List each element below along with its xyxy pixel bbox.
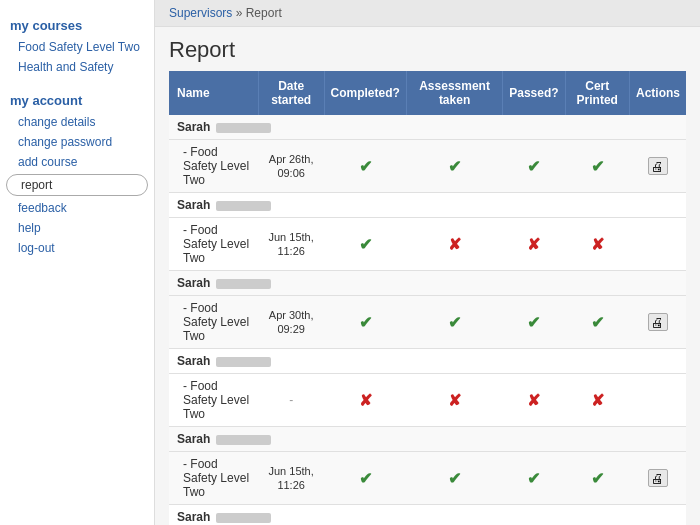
person-name: Sarah (177, 198, 210, 212)
table-row: - Food Safety Level TwoJun 15th, 11:26✔✘… (169, 218, 686, 271)
passed-cell: ✔ (503, 452, 565, 505)
completed-cell: ✔ (324, 452, 406, 505)
assessment-cell: ✔ (406, 140, 502, 193)
sidebar: my courses Food Safety Level Two Health … (0, 0, 155, 525)
change-details-link[interactable]: change details (18, 115, 95, 129)
col-actions: Actions (629, 71, 686, 115)
logout-link[interactable]: log-out (18, 241, 55, 255)
sidebar-item-help[interactable]: help (0, 218, 154, 238)
cert-printed-cell: ✔ (565, 452, 629, 505)
person-name-cell: Sarah (169, 115, 686, 140)
cross-icon: ✘ (591, 236, 604, 253)
sidebar-item-add-course[interactable]: add course (0, 152, 154, 172)
page-title: Report (155, 27, 700, 71)
help-link[interactable]: help (18, 221, 41, 235)
add-course-link[interactable]: add course (18, 155, 77, 169)
change-password-link[interactable]: change password (18, 135, 112, 149)
cert-printed-cell: ✘ (565, 374, 629, 427)
print-button[interactable] (648, 313, 668, 331)
completed-cell: ✔ (324, 140, 406, 193)
action-cell (629, 296, 686, 349)
person-name: Sarah (177, 510, 210, 524)
check-icon: ✔ (591, 470, 604, 487)
assessment-cell: ✘ (406, 374, 502, 427)
person-name: Sarah (177, 354, 210, 368)
report-table-wrapper: Name Date started Completed? Assessment … (155, 71, 700, 525)
name-blur (216, 435, 271, 445)
print-button[interactable] (648, 157, 668, 175)
sidebar-item-food-safety[interactable]: Food Safety Level Two (0, 37, 154, 57)
sidebar-item-change-password[interactable]: change password (0, 132, 154, 152)
breadcrumb-parent[interactable]: Supervisors (169, 6, 232, 20)
check-icon: ✔ (527, 158, 540, 175)
date-dash: - (289, 393, 293, 407)
cross-icon: ✘ (359, 392, 372, 409)
col-cert-printed: Cert Printed (565, 71, 629, 115)
assessment-cell: ✘ (406, 218, 502, 271)
table-row: - Food Safety Level TwoApr 30th, 09:29✔✔… (169, 296, 686, 349)
person-name: Sarah (177, 120, 210, 134)
person-name-cell: Sarah (169, 193, 686, 218)
action-cell (629, 374, 686, 427)
person-name-cell: Sarah (169, 271, 686, 296)
table-row: - Food Safety Level TwoJun 15th, 11:26✔✔… (169, 452, 686, 505)
sidebar-item-health-safety[interactable]: Health and Safety (0, 57, 154, 77)
col-date: Date started (258, 71, 324, 115)
check-icon: ✔ (448, 470, 461, 487)
cross-icon: ✘ (527, 236, 540, 253)
table-row: Sarah (169, 349, 686, 374)
sidebar-item-logout[interactable]: log-out (0, 238, 154, 258)
person-name: Sarah (177, 276, 210, 290)
check-icon: ✔ (448, 314, 461, 331)
feedback-link[interactable]: feedback (18, 201, 67, 215)
check-icon: ✔ (527, 470, 540, 487)
name-blur (216, 279, 271, 289)
date-cell: Apr 26th, 09:06 (258, 140, 324, 193)
table-row: - Food Safety Level Two-✘✘✘✘ (169, 374, 686, 427)
cross-icon: ✘ (448, 392, 461, 409)
col-assessment: Assessment taken (406, 71, 502, 115)
completed-cell: ✔ (324, 296, 406, 349)
action-cell (629, 452, 686, 505)
completed-cell: ✘ (324, 374, 406, 427)
table-row: Sarah (169, 115, 686, 140)
name-blur (216, 357, 271, 367)
health-safety-link[interactable]: Health and Safety (18, 60, 113, 74)
col-name: Name (169, 71, 258, 115)
check-icon: ✔ (448, 158, 461, 175)
date-value: Jun 15th, 11:26 (269, 231, 314, 257)
sidebar-item-change-details[interactable]: change details (0, 112, 154, 132)
check-icon: ✔ (591, 158, 604, 175)
report-table: Name Date started Completed? Assessment … (169, 71, 686, 525)
report-link[interactable]: report (21, 178, 52, 192)
cert-printed-cell: ✔ (565, 296, 629, 349)
course-name-cell: - Food Safety Level Two (169, 140, 258, 193)
date-cell: Jun 15th, 11:26 (258, 452, 324, 505)
table-row: - Food Safety Level TwoApr 26th, 09:06✔✔… (169, 140, 686, 193)
col-passed: Passed? (503, 71, 565, 115)
check-icon: ✔ (527, 314, 540, 331)
sidebar-item-report[interactable]: report (6, 174, 148, 196)
person-name-cell: Sarah (169, 505, 686, 526)
date-cell: - (258, 374, 324, 427)
check-icon: ✔ (359, 236, 372, 253)
breadcrumb-separator: » (232, 6, 245, 20)
person-name-cell: Sarah (169, 427, 686, 452)
cross-icon: ✘ (591, 392, 604, 409)
table-row: Sarah (169, 193, 686, 218)
action-cell (629, 140, 686, 193)
table-row: Sarah (169, 505, 686, 526)
table-row: Sarah (169, 427, 686, 452)
passed-cell: ✔ (503, 296, 565, 349)
person-name: Sarah (177, 432, 210, 446)
check-icon: ✔ (359, 314, 372, 331)
cross-icon: ✘ (527, 392, 540, 409)
person-name-cell: Sarah (169, 349, 686, 374)
passed-cell: ✔ (503, 140, 565, 193)
passed-cell: ✘ (503, 374, 565, 427)
food-safety-link[interactable]: Food Safety Level Two (18, 40, 140, 54)
print-button[interactable] (648, 469, 668, 487)
date-value: Apr 26th, 09:06 (269, 153, 314, 179)
sidebar-item-feedback[interactable]: feedback (0, 198, 154, 218)
date-cell: Apr 30th, 09:29 (258, 296, 324, 349)
